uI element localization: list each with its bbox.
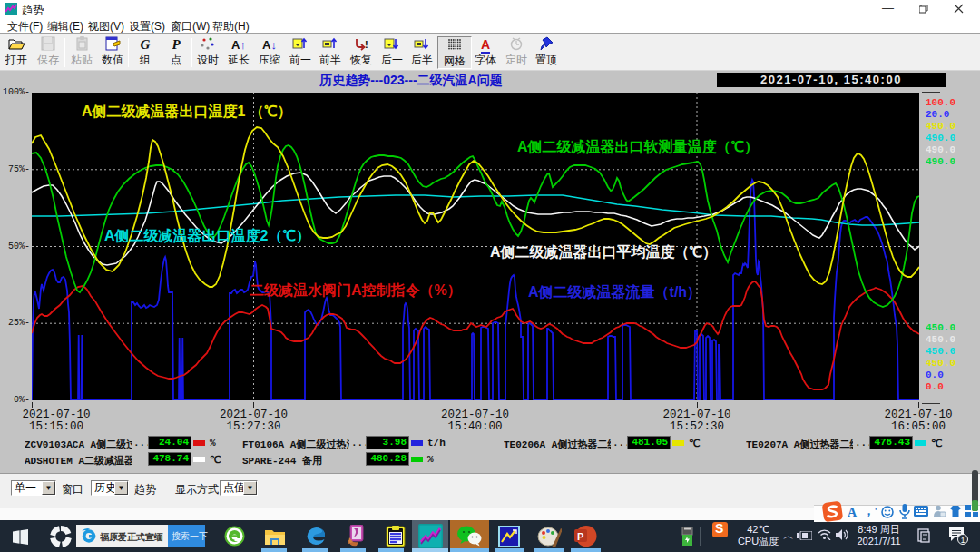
svg-text:P: P bbox=[577, 531, 583, 542]
svg-text:1: 1 bbox=[961, 536, 965, 545]
